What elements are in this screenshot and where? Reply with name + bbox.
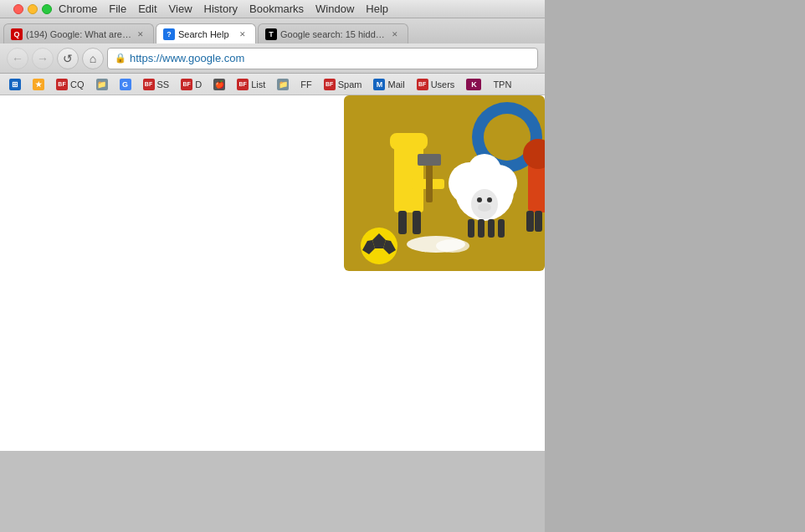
menu-edit[interactable]: Edit (138, 3, 156, 15)
tab2-favicon: ? (163, 28, 175, 40)
svg-point-15 (478, 203, 491, 212)
svg-point-14 (487, 197, 492, 202)
doodle-container (344, 95, 545, 271)
bookmark-spam-label: Spam (338, 79, 362, 90)
bookmark-spam[interactable]: BF Spam (320, 77, 367, 92)
bookmark-folder1[interactable]: 📁 (92, 77, 112, 92)
reload-button[interactable]: ↺ (57, 48, 79, 69)
spam-icon: BF (324, 79, 336, 90)
bookmark-cq-label: CQ (70, 79, 85, 90)
mac-menu: Chrome File Edit View History Bookmarks … (59, 3, 388, 15)
tab-1[interactable]: Q (194) Google: What are so... ✕ (3, 23, 154, 43)
bookmark-tpn-label: TPN (493, 79, 511, 90)
doodle-svg (344, 95, 545, 271)
address-bar[interactable]: 🔒 https://www.google.com (107, 48, 538, 69)
svg-rect-31 (535, 211, 542, 232)
lock-icon: 🔒 (115, 53, 126, 64)
menu-help[interactable]: Help (366, 3, 388, 15)
bookmark-star[interactable]: ★ (28, 77, 49, 92)
folder2-icon: 📁 (277, 79, 289, 90)
bookmark-mail-label: Mail (387, 79, 404, 90)
menu-bookmarks[interactable]: Bookmarks (249, 3, 304, 15)
bookmark-list[interactable]: BF List (233, 77, 269, 92)
bookmark-mail[interactable]: M Mail (369, 77, 408, 92)
users-icon: BF (417, 79, 428, 90)
bookmark-d[interactable]: BF D (177, 77, 206, 92)
page-content (0, 95, 545, 451)
bookmark-d-label: D (195, 79, 202, 90)
svg-rect-6 (426, 161, 433, 202)
ss-icon: BF (143, 79, 155, 90)
svg-rect-30 (526, 211, 534, 232)
k-icon: K (466, 79, 481, 90)
svg-rect-28 (528, 162, 545, 212)
bookmarks-bar: ⊞ ★ BF CQ 📁 G BF SS BF D (0, 74, 545, 95)
mail-icon: M (373, 79, 385, 90)
folder1-icon: 📁 (96, 79, 108, 90)
bookmark-users[interactable]: BF Users (413, 77, 459, 92)
bookmark-g[interactable]: G (115, 77, 136, 92)
list-icon: BF (237, 79, 249, 90)
svg-rect-17 (478, 219, 485, 238)
gray-sidebar (545, 0, 805, 532)
back-button[interactable]: ← (7, 48, 28, 69)
bookmark-cq[interactable]: BF CQ (52, 77, 89, 92)
svg-rect-5 (390, 133, 428, 150)
browser-window: Chrome File Edit View History Bookmarks … (0, 0, 545, 451)
bookmark-apps[interactable]: ⊞ (5, 77, 25, 92)
svg-rect-21 (413, 211, 421, 234)
svg-rect-7 (418, 154, 441, 166)
svg-rect-16 (468, 219, 474, 238)
forward-button[interactable]: → (32, 48, 54, 69)
menu-chrome[interactable]: Chrome (59, 3, 97, 15)
menu-view[interactable]: View (169, 3, 192, 15)
minimize-button[interactable] (28, 4, 38, 14)
star-icon: ★ (33, 79, 44, 90)
bookmark-list-label: List (251, 79, 265, 90)
menu-window[interactable]: Window (315, 3, 354, 15)
tab1-favicon: Q (11, 28, 23, 40)
tab1-close[interactable]: ✕ (135, 28, 146, 40)
tab3-label: Google search: 15 hidden... (280, 29, 386, 39)
cq-icon: BF (56, 79, 68, 90)
bookmark-k[interactable]: K (462, 77, 485, 92)
svg-point-27 (436, 239, 469, 253)
apple-icon: 🍎 (213, 79, 225, 90)
bookmark-ss[interactable]: BF SS (139, 77, 174, 92)
nav-bar: ← → ↺ ⌂ 🔒 https://www.google.com (0, 43, 545, 74)
home-button[interactable]: ⌂ (82, 48, 104, 69)
bookmark-ff-label: FF (300, 79, 311, 90)
tab3-close[interactable]: ✕ (389, 28, 401, 40)
bookmark-apple[interactable]: 🍎 (209, 77, 229, 92)
d-icon: BF (181, 79, 192, 90)
tab-bar: Q (194) Google: What are so... ✕ ? Searc… (0, 18, 545, 43)
tab3-favicon: T (265, 28, 277, 40)
tab2-label: Search Help (178, 29, 229, 39)
url-text: https://www.google.com (130, 52, 244, 64)
svg-rect-18 (488, 219, 495, 238)
svg-rect-19 (498, 219, 505, 238)
tab-3[interactable]: T Google search: 15 hidden... ✕ (258, 23, 408, 43)
maximize-button[interactable] (42, 4, 52, 14)
apps-icon: ⊞ (9, 79, 21, 90)
menu-history[interactable]: History (204, 3, 238, 15)
tab-2[interactable]: ? Search Help ✕ (156, 23, 256, 43)
bookmark-tpn[interactable]: TPN (489, 78, 515, 91)
bookmark-folder2[interactable]: 📁 (273, 77, 293, 92)
tab2-close[interactable]: ✕ (237, 28, 249, 40)
bookmark-users-label: Users (431, 79, 455, 90)
bookmark-ff[interactable]: FF (296, 78, 315, 91)
svg-point-13 (477, 197, 482, 202)
traffic-lights (7, 0, 59, 22)
close-button[interactable] (13, 4, 23, 14)
menu-file[interactable]: File (109, 3, 126, 15)
g-icon: G (120, 79, 131, 90)
title-bar: Chrome File Edit View History Bookmarks … (0, 0, 545, 18)
svg-point-11 (468, 154, 501, 187)
bookmark-ss-label: SS (157, 79, 170, 90)
tab1-label: (194) Google: What are so... (26, 29, 131, 39)
svg-rect-20 (398, 211, 407, 234)
